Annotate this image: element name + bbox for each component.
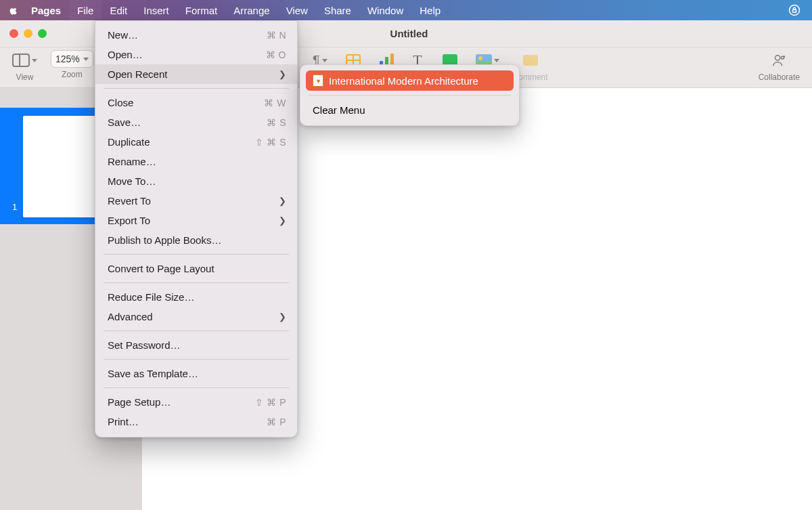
menu-format[interactable]: Format bbox=[177, 0, 226, 20]
menu-separator bbox=[104, 359, 289, 360]
file-menu-item[interactable]: Save as Template… bbox=[95, 364, 297, 383]
chevron-down-icon bbox=[494, 59, 499, 62]
chevron-down-icon bbox=[83, 58, 89, 61]
lock-status-icon[interactable] bbox=[781, 3, 808, 17]
clear-menu-label: Clear Menu bbox=[313, 104, 365, 116]
apple-menu-icon[interactable] bbox=[4, 5, 23, 16]
zoom-window-button[interactable] bbox=[38, 29, 47, 38]
svg-point-0 bbox=[790, 5, 800, 16]
menu-item-label: Revert To bbox=[108, 195, 279, 207]
menu-shortcut: ⌘ S bbox=[255, 117, 286, 128]
file-menu-item[interactable]: Revert To❯ bbox=[95, 191, 297, 211]
close-window-button[interactable] bbox=[9, 29, 18, 38]
file-menu-item[interactable]: Reduce File Size… bbox=[95, 287, 297, 307]
menu-item-label: Page Setup… bbox=[108, 396, 255, 408]
file-menu-item[interactable]: Print…⌘ P bbox=[95, 412, 297, 431]
toolbar-zoom-label: Zoom bbox=[62, 70, 83, 79]
file-menu-item[interactable]: Save…⌘ S bbox=[95, 112, 297, 132]
collaborate-icon bbox=[771, 53, 786, 68]
chevron-right-icon: ❯ bbox=[279, 196, 286, 206]
comment-icon bbox=[523, 55, 538, 66]
file-menu-item[interactable]: Page Setup…⇧ ⌘ P bbox=[95, 392, 297, 412]
toolbar-view-label: View bbox=[16, 72, 34, 82]
svg-rect-1 bbox=[793, 9, 796, 12]
menu-item-label: Export To bbox=[108, 215, 279, 226]
zoom-value: 125% bbox=[55, 54, 80, 64]
chevron-down-icon bbox=[32, 59, 37, 62]
file-menu-dropdown: New…⌘ NOpen…⌘ OOpen Recent❯Close⌘ WSave…… bbox=[95, 20, 298, 438]
clear-menu-item[interactable]: Clear Menu bbox=[306, 100, 514, 120]
svg-point-2 bbox=[775, 56, 780, 60]
chevron-right-icon: ❯ bbox=[279, 312, 286, 322]
menu-arrange[interactable]: Arrange bbox=[225, 0, 277, 20]
app-name[interactable]: Pages bbox=[23, 0, 69, 20]
macos-menubar: Pages File Edit Insert Format Arrange Vi… bbox=[0, 0, 812, 20]
menu-share[interactable]: Share bbox=[316, 0, 359, 20]
menu-item-label: Set Password… bbox=[108, 339, 286, 351]
menu-insert[interactable]: Insert bbox=[135, 0, 177, 20]
menu-item-label: Open Recent bbox=[108, 68, 279, 80]
menu-item-label: Advanced bbox=[108, 311, 279, 322]
menu-separator bbox=[309, 95, 511, 95]
toolbar-collaborate-label: Collaborate bbox=[759, 72, 800, 82]
file-menu-item[interactable]: Publish to Apple Books… bbox=[95, 230, 297, 250]
menu-item-label: Print… bbox=[108, 416, 255, 427]
file-menu-item[interactable]: Open Recent❯ bbox=[95, 64, 297, 84]
menu-shortcut: ⌘ P bbox=[255, 417, 286, 427]
menu-item-label: Convert to Page Layout bbox=[108, 263, 286, 274]
menu-shortcut: ⇧ ⌘ P bbox=[255, 397, 286, 408]
menu-view[interactable]: View bbox=[278, 0, 316, 20]
menu-file[interactable]: File bbox=[69, 0, 102, 20]
menu-separator bbox=[104, 331, 289, 331]
menu-shortcut: ⌘ N bbox=[255, 30, 286, 41]
toolbar-zoom[interactable]: 125% Zoom bbox=[44, 47, 100, 87]
file-menu-item[interactable]: Move To… bbox=[95, 171, 297, 191]
menu-item-label: Save… bbox=[108, 116, 255, 128]
file-menu-item[interactable]: Advanced❯ bbox=[95, 307, 297, 326]
menu-shortcut: ⇧ ⌘ S bbox=[255, 137, 286, 148]
recent-document-item[interactable]: ▾ International Modern Architecture bbox=[306, 70, 514, 91]
file-menu-item[interactable]: Open…⌘ O bbox=[95, 45, 297, 64]
file-menu-item[interactable]: Rename… bbox=[95, 152, 297, 171]
menu-shortcut: ⌘ W bbox=[255, 98, 286, 108]
file-menu-item[interactable]: Close⌘ W bbox=[95, 93, 297, 112]
menu-separator bbox=[104, 88, 289, 89]
chevron-right-icon: ❯ bbox=[279, 215, 286, 226]
menu-item-label: Save as Template… bbox=[108, 368, 286, 379]
toolbar-view[interactable]: View bbox=[5, 47, 44, 87]
menu-item-label: Reduce File Size… bbox=[108, 291, 286, 303]
chevron-down-icon bbox=[322, 59, 328, 62]
menu-separator bbox=[104, 282, 289, 283]
menu-item-label: Rename… bbox=[108, 156, 286, 167]
pages-document-icon: ▾ bbox=[313, 75, 323, 87]
menu-item-label: Move To… bbox=[108, 175, 286, 187]
recent-document-label: International Modern Architecture bbox=[329, 75, 478, 87]
menu-item-label: Open… bbox=[108, 49, 255, 60]
chevron-right-icon: ❯ bbox=[279, 69, 286, 79]
open-recent-submenu: ▾ International Modern Architecture Clea… bbox=[300, 64, 520, 126]
file-menu-item[interactable]: Export To❯ bbox=[95, 211, 297, 230]
menu-window[interactable]: Window bbox=[359, 0, 411, 20]
menu-item-label: New… bbox=[108, 29, 255, 41]
minimize-window-button[interactable] bbox=[24, 29, 32, 38]
menu-help[interactable]: Help bbox=[411, 0, 449, 20]
file-menu-item[interactable]: Convert to Page Layout bbox=[95, 259, 297, 278]
menu-shortcut: ⌘ O bbox=[255, 49, 286, 60]
page-number: 1 bbox=[12, 202, 17, 212]
menu-item-label: Publish to Apple Books… bbox=[108, 234, 286, 246]
traffic-lights bbox=[0, 29, 47, 38]
menu-item-label: Duplicate bbox=[108, 136, 255, 148]
menu-separator bbox=[104, 387, 289, 388]
file-menu-item[interactable]: Set Password… bbox=[95, 335, 297, 355]
menu-item-label: Close bbox=[108, 97, 255, 108]
file-menu-item[interactable]: Duplicate⇧ ⌘ S bbox=[95, 132, 297, 152]
menu-edit[interactable]: Edit bbox=[102, 0, 135, 20]
menu-separator bbox=[104, 254, 289, 255]
file-menu-item[interactable]: New…⌘ N bbox=[95, 25, 297, 45]
toolbar-collaborate[interactable]: Collaborate bbox=[752, 47, 807, 87]
page-thumbnail-image bbox=[23, 116, 104, 217]
view-icon bbox=[12, 54, 30, 67]
